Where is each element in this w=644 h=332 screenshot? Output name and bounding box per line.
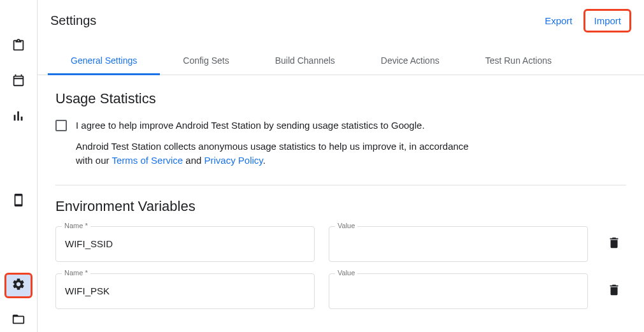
trash-icon <box>607 283 621 299</box>
usage-statistics-title: Usage Statistics <box>55 90 626 107</box>
content: Usage Statistics I agree to help improve… <box>38 75 644 332</box>
sidebar-item-settings[interactable] <box>6 274 31 296</box>
terms-of-service-link[interactable]: Terms of Service <box>111 155 183 166</box>
tab-device-actions[interactable]: Device Actions <box>358 47 462 75</box>
env-value-label: Value <box>335 269 357 277</box>
tab-test-run-actions[interactable]: Test Run Actions <box>462 47 575 75</box>
delete-env-row-button[interactable] <box>602 278 626 304</box>
environment-variables-title: Environment Variables <box>55 198 626 215</box>
usage-desc-suffix: . <box>263 155 266 166</box>
sidebar <box>0 0 38 332</box>
sidebar-item-assignment[interactable] <box>6 35 31 57</box>
clipboard-icon <box>11 38 25 55</box>
trash-icon <box>607 236 621 252</box>
env-value-input[interactable] <box>329 273 588 309</box>
calendar-icon <box>11 73 25 90</box>
divider <box>55 185 626 185</box>
bar-chart-icon <box>11 109 25 126</box>
sidebar-item-analytics[interactable] <box>6 106 31 128</box>
env-value-label: Value <box>335 222 357 229</box>
export-button[interactable]: Export <box>536 10 581 31</box>
page-title: Settings <box>50 13 96 28</box>
env-row: Name * Value <box>55 273 626 309</box>
env-name-label: Name * <box>62 222 90 229</box>
env-value-field-group: Value <box>329 273 588 309</box>
env-row: Name * Value <box>55 226 626 262</box>
usage-description: Android Test Station collects anonymous … <box>76 140 483 168</box>
folder-icon <box>11 312 25 329</box>
header-actions: Export Import <box>536 10 630 31</box>
import-button[interactable]: Import <box>585 10 630 31</box>
env-name-field-group: Name * <box>55 226 315 262</box>
env-name-input[interactable] <box>55 273 315 309</box>
gear-icon <box>11 277 25 294</box>
tabs: General Settings Config Sets Build Chann… <box>38 47 644 75</box>
env-value-input[interactable] <box>329 226 588 262</box>
delete-env-row-button[interactable] <box>602 231 626 257</box>
privacy-policy-link[interactable]: Privacy Policy <box>204 155 263 166</box>
tab-config-sets[interactable]: Config Sets <box>160 47 252 75</box>
main: Settings Export Import General Settings … <box>38 0 644 332</box>
usage-desc-and: and <box>183 155 204 166</box>
usage-checkbox[interactable] <box>55 120 67 131</box>
sidebar-item-folder[interactable] <box>6 310 31 332</box>
sidebar-item-devices[interactable] <box>6 190 31 212</box>
smartphone-icon <box>11 193 25 210</box>
header: Settings Export Import <box>38 0 644 31</box>
tab-general-settings[interactable]: General Settings <box>48 47 160 75</box>
usage-checkbox-label: I agree to help improve Android Test Sta… <box>76 119 425 133</box>
env-value-field-group: Value <box>329 226 588 262</box>
env-name-input[interactable] <box>55 226 315 262</box>
sidebar-item-schedule[interactable] <box>6 70 31 92</box>
env-name-label: Name * <box>62 269 90 277</box>
usage-checkbox-row: I agree to help improve Android Test Sta… <box>55 119 463 133</box>
tab-build-channels[interactable]: Build Channels <box>252 47 358 75</box>
env-name-field-group: Name * <box>55 273 315 309</box>
env-rows: Name * Value Name * <box>55 226 626 309</box>
